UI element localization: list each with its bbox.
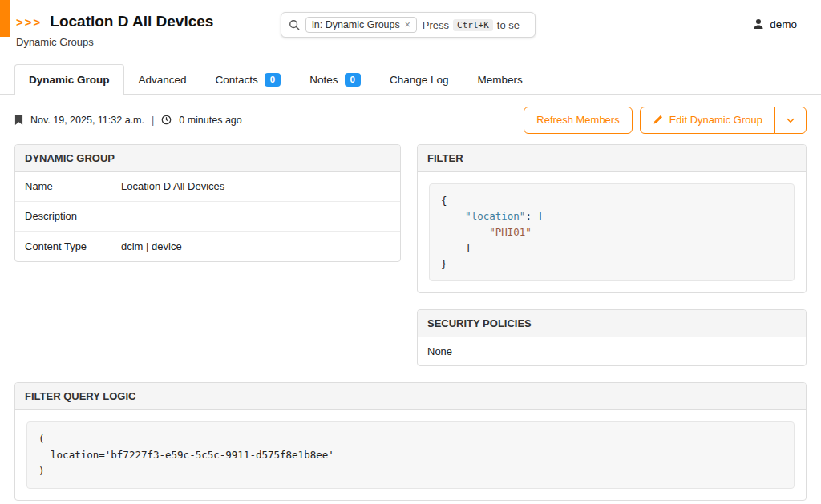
search-filter-tag-label: in: Dynamic Groups bbox=[312, 19, 400, 30]
row-value-content-type: dcim | device bbox=[121, 232, 192, 260]
refresh-members-label: Refresh Members bbox=[536, 114, 619, 126]
tab-contacts[interactable]: Contacts0 bbox=[201, 64, 296, 95]
contacts-count-badge: 0 bbox=[265, 73, 281, 87]
time-ago-text: 0 minutes ago bbox=[179, 115, 242, 126]
tab-change-log[interactable]: Change Log bbox=[375, 64, 463, 95]
query-logic-code-block: ( location='bf7227f3-e59c-5c5c-9911-d575… bbox=[26, 421, 795, 488]
query-logic-code: ( location='bf7227f3-e59c-5c5c-9911-d575… bbox=[38, 431, 783, 478]
table-row: Content Type dcim | device bbox=[15, 232, 400, 261]
tab-label: Members bbox=[478, 74, 523, 86]
tab-label: Notes bbox=[309, 74, 338, 86]
refresh-members-button[interactable]: Refresh Members bbox=[524, 107, 632, 134]
dynamic-group-panel: DYNAMIC GROUP Name Location D All Device… bbox=[14, 144, 401, 262]
security-policies-panel: SECURITY POLICIES None bbox=[417, 309, 807, 366]
tab-members[interactable]: Members bbox=[463, 64, 537, 95]
edit-dynamic-group-button[interactable]: Edit Dynamic Group bbox=[640, 107, 775, 134]
chevron-down-icon bbox=[786, 115, 795, 125]
breadcrumb-chevrons-icon: >>> bbox=[16, 15, 42, 29]
meta-separator: | bbox=[152, 115, 154, 126]
tab-advanced[interactable]: Advanced bbox=[124, 64, 201, 95]
meta-row: Nov. 19, 2025, 11:32 a.m. | 0 minutes ag… bbox=[0, 107, 821, 134]
row-value-name: Location D All Devices bbox=[121, 172, 234, 200]
edit-button-group: Edit Dynamic Group bbox=[640, 107, 807, 134]
filter-query-logic-title: FILTER QUERY LOGIC bbox=[15, 383, 806, 410]
filter-code-block: { "location": [ "PHI01" ]} bbox=[429, 183, 795, 282]
dynamic-group-panel-title: DYNAMIC GROUP bbox=[15, 145, 400, 172]
tab-label: Dynamic Group bbox=[29, 74, 110, 86]
filter-query-logic-panel: FILTER QUERY LOGIC ( location='bf7227f3-… bbox=[14, 382, 807, 500]
last-updated-timestamp: Nov. 19, 2025, 11:32 a.m. bbox=[30, 115, 144, 126]
tab-bar: Dynamic Group Advanced Contacts0 Notes0 … bbox=[0, 64, 821, 95]
row-label-description: Description bbox=[15, 202, 121, 230]
breadcrumb-dynamic-groups[interactable]: Dynamic Groups bbox=[16, 36, 94, 48]
username: demo bbox=[770, 18, 797, 30]
user-icon bbox=[752, 18, 765, 30]
tab-notes[interactable]: Notes0 bbox=[295, 64, 375, 95]
user-menu[interactable]: demo bbox=[752, 18, 797, 30]
row-value-description bbox=[121, 208, 131, 224]
page-title: Location D All Devices bbox=[50, 13, 213, 30]
tab-label: Advanced bbox=[139, 74, 187, 86]
security-policies-title: SECURITY POLICIES bbox=[418, 310, 806, 337]
search-placeholder-suffix: to se bbox=[497, 19, 520, 31]
security-policies-value: None bbox=[418, 337, 806, 365]
tab-label: Contacts bbox=[216, 74, 258, 86]
main-content: DYNAMIC GROUP Name Location D All Device… bbox=[0, 134, 821, 501]
action-buttons: Refresh Members Edit Dynamic Group bbox=[524, 107, 807, 134]
search-icon bbox=[289, 19, 300, 30]
edit-dropdown-toggle[interactable] bbox=[774, 107, 807, 134]
global-search[interactable]: in: Dynamic Groups × Press Ctrl+K to se bbox=[281, 12, 536, 38]
clock-icon bbox=[161, 115, 172, 125]
row-label-content-type: Content Type bbox=[15, 232, 121, 260]
search-placeholder: Press Ctrl+K to se bbox=[423, 19, 520, 31]
tab-dynamic-group[interactable]: Dynamic Group bbox=[14, 64, 124, 95]
row-label-name: Name bbox=[15, 172, 121, 200]
search-filter-tag[interactable]: in: Dynamic Groups × bbox=[305, 17, 417, 33]
filter-panel: FILTER { "location": [ "PHI01" ]} bbox=[417, 144, 807, 294]
edit-dynamic-group-label: Edit Dynamic Group bbox=[669, 114, 762, 126]
filter-code: { "location": [ "PHI01" ]} bbox=[441, 193, 783, 272]
bookmark-icon[interactable] bbox=[14, 115, 23, 125]
search-placeholder-press: Press bbox=[423, 19, 449, 31]
notes-count-badge: 0 bbox=[345, 73, 361, 87]
table-row: Description bbox=[15, 202, 400, 232]
topbar: >>> Location D All Devices Dynamic Group… bbox=[0, 0, 821, 64]
tab-label: Change Log bbox=[390, 74, 449, 86]
tag-close-icon[interactable]: × bbox=[405, 20, 410, 30]
table-row: Name Location D All Devices bbox=[15, 172, 400, 202]
pencil-icon bbox=[653, 115, 663, 125]
kbd-ctrl-k: Ctrl+K bbox=[453, 19, 493, 31]
filter-panel-title: FILTER bbox=[418, 145, 806, 172]
